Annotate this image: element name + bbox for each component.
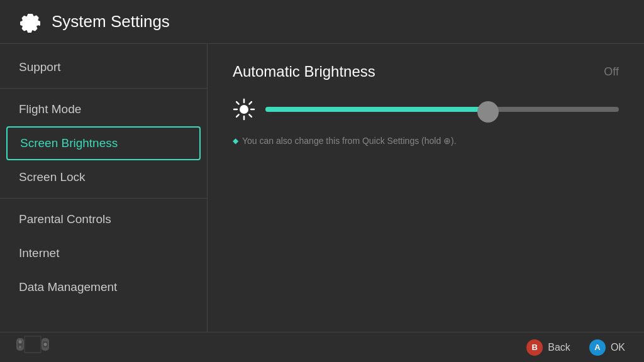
svg-point-0 <box>240 105 248 114</box>
sun-icon <box>233 98 255 121</box>
content-header-row: Automatic Brightness Off <box>233 63 619 80</box>
svg-line-8 <box>236 114 239 117</box>
back-button[interactable]: B Back <box>526 339 570 356</box>
sidebar-item-parental-controls[interactable]: Parental Controls <box>0 202 207 236</box>
slider-thumb[interactable] <box>477 101 499 123</box>
slider-track-fill <box>265 107 488 112</box>
sidebar: Support Flight Mode Screen Brightness Sc… <box>0 44 208 332</box>
sidebar-item-screen-brightness[interactable]: Screen Brightness <box>6 126 201 160</box>
diamond-icon: ◆ <box>233 136 238 145</box>
divider-2 <box>0 198 207 199</box>
gear-icon <box>19 11 42 33</box>
divider-1 <box>0 88 207 89</box>
brightness-slider-container <box>233 98 619 121</box>
footer: B Back A OK <box>0 332 644 362</box>
content-title: Automatic Brightness <box>233 63 375 80</box>
svg-line-6 <box>249 114 252 117</box>
main-layout: Support Flight Mode Screen Brightness Sc… <box>0 44 644 332</box>
page-title: System Settings <box>52 12 170 31</box>
sidebar-item-support[interactable]: Support <box>0 50 207 84</box>
svg-point-11 <box>19 341 22 344</box>
ok-button[interactable]: A OK <box>589 339 625 356</box>
sidebar-item-flight-mode[interactable]: Flight Mode <box>0 92 207 126</box>
quick-settings-hint: ◆ You can also change this from Quick Se… <box>233 136 619 146</box>
svg-line-7 <box>249 102 252 104</box>
svg-point-17 <box>44 343 47 346</box>
content-area: Automatic Brightness Off <box>208 44 644 332</box>
content-status: Off <box>604 65 619 79</box>
b-button-icon: B <box>526 339 543 356</box>
switch-console-icon <box>16 336 49 356</box>
svg-rect-14 <box>25 337 40 352</box>
sidebar-item-internet[interactable]: Internet <box>0 236 207 270</box>
a-button-icon: A <box>589 339 606 356</box>
sidebar-item-data-management[interactable]: Data Management <box>0 270 207 304</box>
sidebar-item-screen-lock[interactable]: Screen Lock <box>0 160 207 194</box>
brightness-slider[interactable] <box>265 107 619 112</box>
header: System Settings <box>0 0 644 44</box>
svg-line-5 <box>236 102 239 104</box>
svg-point-12 <box>19 346 21 348</box>
